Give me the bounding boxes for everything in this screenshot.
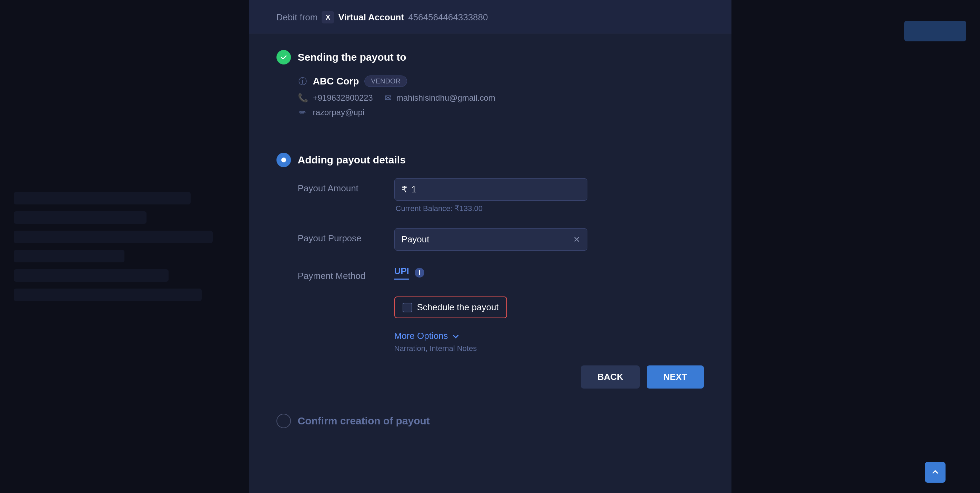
step2-section: Adding payout details Payout Amount ₹ 1 … (277, 136, 704, 401)
contact-details-row: 📞 +919632800223 ✉ mahishisindhu@gmail.co… (298, 93, 704, 103)
balance-text: Current Balance: ₹133.00 (395, 204, 587, 213)
payout-purpose-row: Payout Purpose Payout ✕ (298, 228, 704, 251)
schedule-checkbox[interactable] (402, 303, 412, 312)
contact-name-row: ⓘ ABC Corp VENDOR (298, 75, 704, 87)
upi-tab[interactable]: UPI (395, 266, 409, 280)
schedule-checkbox-container[interactable]: Schedule the payout (395, 296, 507, 318)
upi-row: ✏ razorpay@upi (298, 108, 704, 117)
modal-panel: Debit from X Virtual Account 45645644643… (249, 0, 732, 493)
action-buttons: BACK NEXT (298, 366, 704, 388)
step3-title: Confirm creation of payout (298, 415, 430, 427)
email-icon: ✉ (383, 93, 393, 103)
vendor-badge: VENDOR (364, 75, 407, 87)
chevron-down-icon (453, 333, 458, 339)
amount-input[interactable]: ₹ 1 (395, 178, 587, 200)
purpose-value: Payout (402, 234, 430, 245)
x-icon: X (321, 11, 334, 24)
payout-purpose-field: Payout ✕ (395, 228, 587, 251)
steps-container: Sending the payout to ⓘ ABC Corp VENDOR … (249, 33, 732, 493)
debit-label: Debit from (277, 12, 318, 23)
contact-name: ABC Corp (313, 76, 359, 87)
upi-icon: ✏ (298, 108, 307, 117)
person-icon: ⓘ (298, 76, 307, 87)
step1-header: Sending the payout to (277, 50, 704, 64)
payout-amount-row: Payout Amount ₹ 1 Current Balance: ₹133.… (298, 178, 704, 213)
step2-title: Adding payout details (298, 154, 406, 166)
email-row: ✉ mahishisindhu@gmail.com (383, 93, 495, 103)
payment-info-icon[interactable]: i (415, 268, 424, 278)
back-button[interactable]: BACK (581, 366, 640, 388)
more-options-text: More Options (395, 331, 448, 341)
step1-check-icon (277, 50, 291, 64)
step3-empty-icon (277, 414, 291, 428)
step2-content: Payout Amount ₹ 1 Current Balance: ₹133.… (277, 178, 704, 388)
payment-method-label: Payment Method (298, 266, 395, 281)
contact-upi: razorpay@upi (313, 108, 365, 117)
contact-email: mahishisindhu@gmail.com (396, 93, 495, 103)
step3-section: Confirm creation of payout (277, 401, 704, 452)
payment-method-wrapper: UPI i (395, 266, 587, 280)
contact-phone: +919632800223 (313, 93, 373, 103)
payment-method-field: UPI i (395, 266, 587, 280)
payout-purpose-label: Payout Purpose (298, 228, 395, 244)
next-button[interactable]: NEXT (647, 366, 703, 388)
step1-content: ⓘ ABC Corp VENDOR 📞 +919632800223 ✉ mahi… (277, 75, 704, 117)
left-background (0, 0, 249, 493)
step1-title: Sending the payout to (298, 51, 406, 63)
phone-row: 📞 +919632800223 (298, 93, 373, 103)
phone-icon: 📞 (298, 93, 307, 103)
more-options-row: More Options Narration, Internal Notes (298, 331, 704, 353)
step3-header: Confirm creation of payout (277, 414, 704, 428)
debit-bar: Debit from X Virtual Account 45645644643… (249, 0, 732, 33)
payout-amount-label: Payout Amount (298, 178, 395, 194)
account-type: Virtual Account (338, 12, 404, 23)
schedule-row: Schedule the payout (298, 296, 704, 318)
schedule-label: Schedule the payout (417, 302, 499, 313)
more-options-subtitle: Narration, Internal Notes (395, 344, 704, 353)
purpose-input[interactable]: Payout ✕ (395, 228, 587, 251)
clear-icon[interactable]: ✕ (573, 235, 580, 245)
step2-dot-inner (281, 157, 286, 162)
payout-amount-field: ₹ 1 Current Balance: ₹133.00 (395, 178, 587, 213)
amount-value: 1 (412, 184, 417, 195)
currency-symbol: ₹ (402, 184, 407, 195)
step1-section: Sending the payout to ⓘ ABC Corp VENDOR … (277, 33, 704, 136)
step2-header: Adding payout details (277, 153, 704, 167)
chevron-up-icon (932, 470, 938, 476)
right-background (732, 0, 980, 493)
scroll-up-button[interactable] (925, 462, 945, 483)
account-number: 4564564464333880 (408, 12, 488, 23)
payment-method-row: Payment Method UPI i (298, 266, 704, 281)
step2-dot-icon (277, 153, 291, 167)
more-options-link[interactable]: More Options (395, 331, 704, 341)
